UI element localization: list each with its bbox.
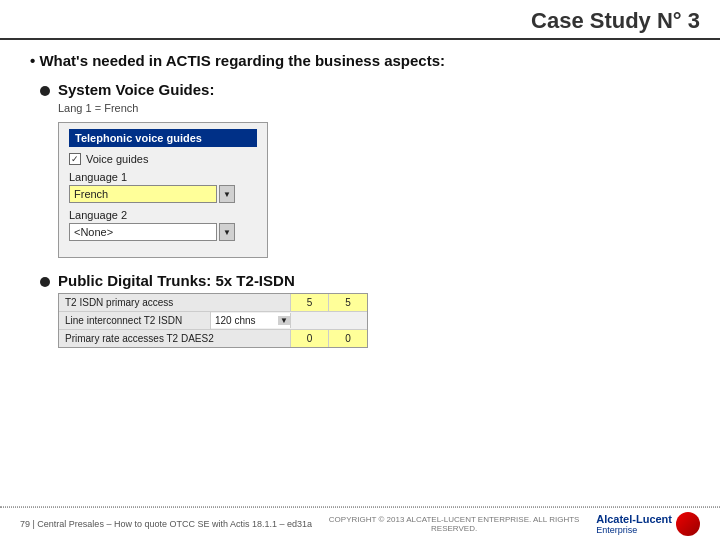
trunks-content: Public Digital Trunks: 5x T2-ISDN T2 ISD… xyxy=(58,272,368,348)
voice-guides-content: System Voice Guides: Lang 1 = French Tel… xyxy=(58,81,268,258)
sub-bullets: System Voice Guides: Lang 1 = French Tel… xyxy=(40,81,690,348)
title-bar: Case Study N° 3 xyxy=(0,0,720,40)
lang1-label: Language 1 xyxy=(69,171,257,183)
main-content: • What's needed in ACTIS regarding the b… xyxy=(0,40,720,498)
isdn-label-3: Primary rate accesses T2 DAES2 xyxy=(59,330,291,347)
bullet-dot-2 xyxy=(40,277,50,287)
footer-copyright: COPYRIGHT © 2013 ALCATEL-LUCENT ENTERPRI… xyxy=(312,515,596,533)
isdn-label-2: Line interconnect T2 ISDN xyxy=(59,312,211,329)
sub-bullet-voice-guides: System Voice Guides: Lang 1 = French Tel… xyxy=(40,81,690,258)
logo-name: Alcatel-Lucent xyxy=(596,513,672,525)
isdn-label-1: T2 ISDN primary access xyxy=(59,294,291,311)
page: Case Study N° 3 • What's needed in ACTIS… xyxy=(0,0,720,540)
isdn-select-arrow-2[interactable]: ▼ xyxy=(278,316,290,325)
isdn-row-2: Line interconnect T2 ISDN 120 chns ▼ xyxy=(59,312,367,330)
voice-guides-title: System Voice Guides: xyxy=(58,81,268,98)
lang2-dropdown-arrow[interactable]: ▼ xyxy=(219,223,235,241)
page-title: Case Study N° 3 xyxy=(531,8,700,34)
logo-text-block: Alcatel-Lucent Enterprise xyxy=(596,513,672,535)
isdn-value1-1: 5 xyxy=(291,294,329,311)
lang1-select[interactable]: French xyxy=(69,185,217,203)
logo-row: Alcatel-Lucent Enterprise xyxy=(596,512,700,536)
footer-logo: Alcatel-Lucent Enterprise xyxy=(596,512,700,536)
footer-left-text: 79 | Central Presales – How to quote OTC… xyxy=(20,519,312,529)
voice-guides-dialog: Telephonic voice guides Voice guides Lan… xyxy=(58,122,268,258)
lang2-label: Language 2 xyxy=(69,209,257,221)
lang2-select-row: <None> ▼ xyxy=(69,223,257,241)
main-bullet: • What's needed in ACTIS regarding the b… xyxy=(30,52,690,69)
isdn-value2-3: 0 xyxy=(329,330,367,347)
voice-guides-checkbox[interactable] xyxy=(69,153,81,165)
lang1-select-row: French ▼ xyxy=(69,185,257,203)
lang1-value: French xyxy=(74,188,108,200)
trunks-title: Public Digital Trunks: 5x T2-ISDN xyxy=(58,272,368,289)
isdn-value2-1: 5 xyxy=(329,294,367,311)
main-bullet-label: What's needed in ACTIS regarding the bus… xyxy=(39,52,445,69)
lang1-dropdown-arrow[interactable]: ▼ xyxy=(219,185,235,203)
isdn-row-3: Primary rate accesses T2 DAES2 0 0 xyxy=(59,330,367,347)
checkbox-label: Voice guides xyxy=(86,153,148,165)
isdn-select-text-2: 120 chns xyxy=(211,313,278,328)
lang2-select[interactable]: <None> xyxy=(69,223,217,241)
bullet-dot-1 xyxy=(40,86,50,96)
lang2-value: <None> xyxy=(74,226,113,238)
logo-circle-icon xyxy=(676,512,700,536)
isdn-table: T2 ISDN primary access 5 5 Line intercon… xyxy=(58,293,368,348)
bullet-char: • xyxy=(30,52,39,69)
isdn-value1-3: 0 xyxy=(291,330,329,347)
voice-guides-subtitle: Lang 1 = French xyxy=(58,102,268,114)
footer: 79 | Central Presales – How to quote OTC… xyxy=(0,507,720,540)
logo-sub: Enterprise xyxy=(596,525,672,535)
isdn-select-2[interactable]: 120 chns ▼ xyxy=(211,313,291,328)
dialog-title: Telephonic voice guides xyxy=(69,129,257,147)
sub-bullet-trunks: Public Digital Trunks: 5x T2-ISDN T2 ISD… xyxy=(40,272,690,348)
isdn-row-1: T2 ISDN primary access 5 5 xyxy=(59,294,367,312)
checkbox-row: Voice guides xyxy=(69,153,257,165)
